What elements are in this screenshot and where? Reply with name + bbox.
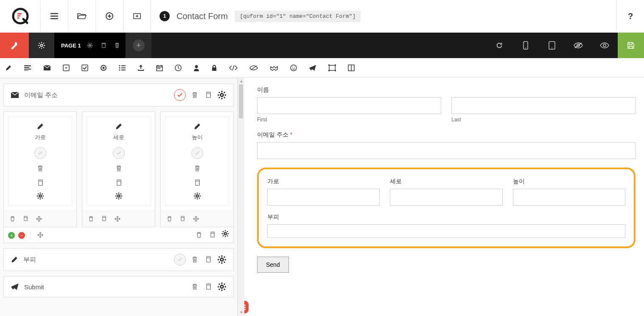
form-title[interactable]: Contact Form xyxy=(176,11,228,21)
element-checkbox[interactable] xyxy=(81,64,88,71)
element-card-width[interactable]: 가로 xyxy=(8,116,72,206)
page-tab-1[interactable]: PAGE 1 xyxy=(54,33,125,58)
column-duplicate[interactable] xyxy=(100,214,109,224)
required-toggle[interactable] xyxy=(191,147,203,159)
row-move[interactable] xyxy=(36,230,45,240)
duplicate-button[interactable] xyxy=(193,178,202,188)
element-multiselect[interactable] xyxy=(119,65,126,71)
delete-button[interactable] xyxy=(114,163,123,173)
element-columns[interactable] xyxy=(348,64,355,71)
element-select[interactable] xyxy=(63,64,70,71)
element-text[interactable] xyxy=(5,64,12,71)
element-submit[interactable] xyxy=(309,64,316,71)
menu-button[interactable] xyxy=(41,0,68,33)
element-row-email[interactable]: 이메일 주소 xyxy=(3,84,234,106)
visibility-on-button[interactable] xyxy=(591,33,618,58)
element-row-submit[interactable]: Submit xyxy=(3,276,234,297)
column-delete[interactable] xyxy=(87,214,95,224)
send-button[interactable]: Send xyxy=(257,257,289,273)
column-delete[interactable] xyxy=(8,214,17,224)
refresh-button[interactable] xyxy=(486,33,512,58)
shortcode[interactable]: [quform id="1" name="Contact Form"] xyxy=(235,11,361,22)
duplicate-button[interactable] xyxy=(114,178,123,188)
help-button[interactable]: ? xyxy=(616,0,644,33)
duplicate-button[interactable] xyxy=(204,282,213,292)
required-toggle[interactable] xyxy=(34,147,46,159)
element-email[interactable] xyxy=(43,65,51,71)
element-file[interactable] xyxy=(137,64,144,71)
delete-button[interactable] xyxy=(193,163,202,173)
settings-button[interactable] xyxy=(193,192,201,200)
scrollbar[interactable]: ▲ ▼ xyxy=(238,78,244,316)
settings-button[interactable] xyxy=(36,192,44,200)
visibility-off-button[interactable] xyxy=(565,33,591,58)
duplicate-button[interactable] xyxy=(204,90,213,100)
required-toggle[interactable] xyxy=(174,89,186,101)
delete-button[interactable] xyxy=(190,254,199,265)
panel-handle[interactable] xyxy=(244,301,249,313)
last-name-input[interactable] xyxy=(451,97,636,114)
depth-input[interactable] xyxy=(390,189,502,206)
page-tab-duplicate[interactable] xyxy=(99,41,108,50)
tools-button[interactable] xyxy=(0,33,29,58)
save-button[interactable] xyxy=(618,33,644,58)
column-duplicate[interactable] xyxy=(21,214,30,224)
volume-input[interactable] xyxy=(267,224,625,238)
element-card-height[interactable]: 높이 xyxy=(165,116,229,206)
svg-rect-34 xyxy=(335,64,336,66)
element-name[interactable] xyxy=(193,64,199,71)
settings-button[interactable] xyxy=(115,192,123,200)
email-input[interactable] xyxy=(257,142,636,159)
tablet-preview-button[interactable] xyxy=(539,33,565,58)
open-button[interactable] xyxy=(68,0,96,33)
element-password[interactable] xyxy=(211,64,217,71)
eye-slash-icon xyxy=(249,65,258,71)
element-textarea[interactable] xyxy=(24,65,31,71)
add-column[interactable]: + xyxy=(8,232,15,239)
column-move[interactable] xyxy=(34,214,44,224)
row-delete[interactable] xyxy=(194,230,204,240)
required-toggle[interactable] xyxy=(174,254,186,266)
element-recaptcha[interactable] xyxy=(270,65,278,71)
width-input[interactable] xyxy=(267,189,380,206)
required-toggle[interactable] xyxy=(113,147,125,159)
mobile-preview-button[interactable] xyxy=(512,33,539,58)
envelope-icon xyxy=(11,92,19,98)
first-name-input[interactable] xyxy=(257,97,441,114)
logo[interactable] xyxy=(0,0,41,33)
svg-rect-49 xyxy=(181,218,184,221)
element-html[interactable] xyxy=(229,65,238,71)
element-date[interactable] xyxy=(156,64,163,71)
element-hidden[interactable] xyxy=(249,65,258,71)
duplicate-button[interactable] xyxy=(36,178,45,188)
settings-button[interactable] xyxy=(217,282,227,291)
element-card-depth[interactable]: 세로 xyxy=(87,116,151,206)
element-radio[interactable] xyxy=(100,64,107,71)
settings-button[interactable] xyxy=(217,255,227,264)
delete-button[interactable] xyxy=(36,163,45,173)
duplicate-button[interactable] xyxy=(204,254,213,265)
column-move[interactable] xyxy=(113,214,122,224)
delete-button[interactable] xyxy=(190,282,199,292)
height-input[interactable] xyxy=(513,189,625,206)
row-settings[interactable] xyxy=(221,230,229,240)
quform-logo-icon xyxy=(12,8,29,25)
page-tab-settings[interactable] xyxy=(85,41,95,50)
element-group[interactable] xyxy=(328,64,336,71)
add-button[interactable] xyxy=(96,0,123,33)
delete-button[interactable] xyxy=(190,90,199,100)
pages-settings-button[interactable] xyxy=(29,33,54,58)
remove-column[interactable]: − xyxy=(18,232,25,239)
page-tab-delete[interactable] xyxy=(112,41,122,50)
element-time[interactable] xyxy=(175,64,182,71)
settings-button[interactable] xyxy=(217,90,227,100)
element-row-volume[interactable]: 부피 xyxy=(3,248,234,271)
column-duplicate[interactable] xyxy=(178,214,187,224)
column-move[interactable] xyxy=(191,214,201,224)
add-page-tab[interactable]: + xyxy=(126,33,151,58)
row-duplicate[interactable] xyxy=(208,230,217,240)
add-page-button[interactable] xyxy=(123,0,151,33)
column-3: 높이 xyxy=(160,112,234,227)
column-delete[interactable] xyxy=(165,214,174,224)
element-captcha[interactable] xyxy=(290,64,297,71)
